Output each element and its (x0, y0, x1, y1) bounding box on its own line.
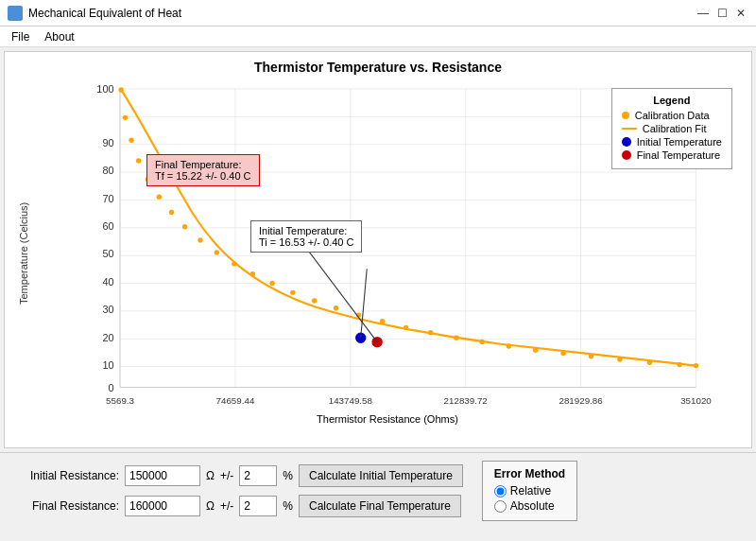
svg-text:90: 90 (102, 137, 113, 148)
bottom-panel: Initial Resistance: Ω +/- % Calculate In… (0, 452, 756, 541)
inputs-col: Initial Resistance: Ω +/- % Calculate In… (15, 464, 463, 517)
legend-calibration-data-label: Calibration Data (635, 110, 710, 121)
y-axis-label: Temperature (Celcius) (14, 79, 33, 428)
tooltip-initial-line1: Initial Temperature: (259, 225, 353, 236)
menu-bar: File About (0, 26, 756, 47)
svg-text:74659.44: 74659.44 (216, 395, 255, 406)
initial-resistance-label: Initial Resistance: (15, 469, 119, 482)
svg-point-40 (157, 194, 162, 199)
svg-text:100: 100 (96, 83, 113, 95)
final-omega-symbol: Ω (206, 499, 215, 513)
tooltip-final: Final Temperature: Tf = 15.22 +/- 0.40 C (146, 154, 260, 186)
svg-point-66 (371, 336, 384, 348)
chart-title: Thermistor Temperature vs. Resistance (5, 52, 751, 79)
final-resistance-input[interactable] (125, 496, 200, 516)
svg-text:0: 0 (108, 382, 113, 393)
svg-point-38 (136, 158, 141, 163)
close-button[interactable]: ✕ (733, 6, 748, 21)
svg-point-49 (312, 298, 317, 303)
error-method-title: Error Method (494, 467, 565, 480)
svg-point-43 (198, 237, 202, 242)
radio-absolute-row: Absolute (494, 499, 565, 513)
legend-calibration-fit-label: Calibration Fit (643, 123, 707, 134)
title-bar: Mechanical Equivalent of Heat — ☐ ✕ (0, 0, 756, 26)
calc-initial-btn[interactable]: Calculate Initial Temperature (299, 464, 463, 487)
initial-percent: % (283, 469, 293, 482)
legend-initial-temp-label: Initial Temperature (637, 136, 722, 148)
svg-text:10: 10 (102, 359, 113, 371)
maximize-button[interactable]: ☐ (714, 6, 730, 21)
minimize-button[interactable]: — (696, 6, 711, 21)
radio-absolute-label: Absolute (510, 499, 555, 513)
radio-absolute[interactable] (494, 500, 507, 513)
chart-container: Thermistor Temperature vs. Resistance Te… (4, 51, 752, 448)
legend-line-orange (622, 128, 637, 130)
legend-calibration-data: Calibration Data (622, 110, 722, 121)
title-bar-controls: — ☐ ✕ (696, 6, 748, 21)
menu-file[interactable]: File (4, 28, 37, 45)
svg-text:70: 70 (102, 193, 113, 204)
svg-text:60: 60 (102, 220, 113, 232)
radio-relative[interactable] (494, 485, 507, 497)
tooltip-initial: Initial Temperature: Ti = 16.53 +/- 0.40… (250, 220, 362, 253)
title-bar-left: Mechanical Equivalent of Heat (8, 6, 181, 21)
tooltip-final-line1: Final Temperature: (155, 159, 251, 170)
legend-calibration-fit: Calibration Fit (622, 123, 722, 134)
svg-point-48 (290, 290, 295, 295)
svg-point-47 (269, 281, 274, 286)
menu-about[interactable]: About (37, 28, 81, 45)
svg-text:40: 40 (102, 276, 113, 288)
tooltip-final-line2: Tf = 15.22 +/- 0.40 C (155, 170, 251, 182)
svg-point-36 (123, 115, 128, 120)
svg-point-37 (129, 138, 133, 143)
final-percent: % (283, 499, 293, 513)
radio-relative-label: Relative (510, 484, 551, 497)
svg-text:30: 30 (102, 304, 113, 315)
svg-point-42 (182, 224, 187, 229)
final-plus-minus: +/- (220, 499, 233, 513)
final-resistance-label: Final Resistance: (15, 499, 119, 513)
legend-dot-orange-1 (622, 112, 629, 119)
chart-inner: 0 10 20 30 40 50 60 70 80 90 100 5569.3 … (33, 79, 742, 428)
radio-relative-row: Relative (494, 484, 565, 497)
initial-plus-minus: +/- (220, 469, 233, 482)
svg-text:5569.3: 5569.3 (106, 395, 134, 406)
svg-point-50 (334, 305, 338, 310)
svg-text:20: 20 (102, 332, 113, 343)
svg-point-44 (215, 250, 219, 254)
tooltip-initial-line2: Ti = 16.53 +/- 0.40 C (259, 236, 353, 248)
error-method-box: Error Method Relative Absolute (482, 461, 577, 521)
legend-box: Legend Calibration Data Calibration Fit … (611, 88, 732, 169)
svg-text:351020: 351020 (680, 395, 712, 406)
app-icon (8, 6, 23, 21)
initial-omega-symbol: Ω (206, 469, 215, 482)
svg-text:143749.58: 143749.58 (329, 395, 373, 406)
legend-final-temp: Final Temperature (622, 149, 722, 161)
calc-final-btn[interactable]: Calculate Final Temperature (299, 495, 461, 517)
legend-dot-blue (622, 137, 631, 147)
svg-text:80: 80 (102, 165, 113, 176)
bottom-inputs-area: Initial Resistance: Ω +/- % Calculate In… (15, 461, 741, 521)
svg-text:50: 50 (102, 248, 113, 259)
initial-error-input[interactable] (239, 465, 277, 486)
svg-point-41 (169, 210, 174, 215)
initial-resistance-input[interactable] (125, 465, 200, 486)
legend-dot-red (622, 150, 631, 160)
svg-text:281929.86: 281929.86 (558, 395, 603, 406)
window-title: Mechanical Equivalent of Heat (28, 7, 181, 20)
legend-title: Legend (622, 95, 722, 106)
initial-resistance-row: Initial Resistance: Ω +/- % Calculate In… (15, 464, 463, 487)
legend-final-temp-label: Final Temperature (637, 149, 720, 161)
chart-area: Temperature (Celcius) (5, 79, 751, 428)
legend-initial-temp: Initial Temperature (622, 136, 722, 148)
final-resistance-row: Final Resistance: Ω +/- % Calculate Fina… (15, 495, 463, 517)
svg-text:212839.72: 212839.72 (444, 395, 488, 406)
final-error-input[interactable] (239, 496, 277, 516)
